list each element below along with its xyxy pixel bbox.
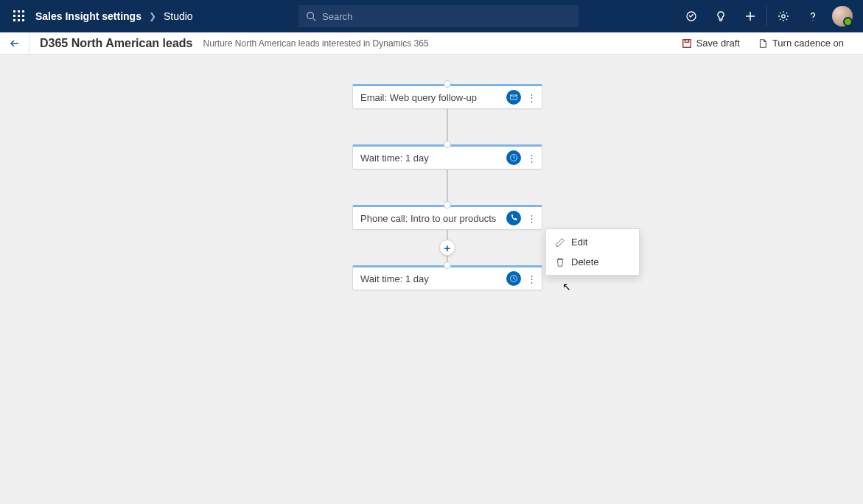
svg-rect-17 [685,39,688,42]
breadcrumb-level1[interactable]: Sales Insight settings [35,10,141,22]
node-menu-button[interactable]: ⋮ [525,209,537,227]
lightbulb-button[interactable] [706,0,736,32]
node-port[interactable] [444,141,451,148]
email-icon [506,90,521,105]
breadcrumb-level2[interactable]: Studio [164,10,193,22]
plus-icon [744,10,756,22]
context-menu: Edit Delete [545,228,640,276]
chevron-right-icon: ❯ [149,11,156,21]
connector: + [447,230,448,265]
gear-icon [778,10,789,22]
clock-icon [506,150,521,165]
node-label: Phone call: Intro to our products [360,213,496,224]
node-label: Email: Web query follow-up [360,92,477,103]
svg-rect-4 [18,15,20,17]
back-button[interactable] [0,32,29,55]
svg-rect-6 [13,19,15,21]
connector [447,109,448,144]
node-menu-button[interactable]: ⋮ [525,88,537,106]
settings-button[interactable] [769,0,798,32]
flow-column: Email: Web query follow-up ⋮ Wait time: … [352,84,542,290]
svg-rect-7 [18,19,20,21]
divider [766,7,767,26]
connector [447,169,448,205]
svg-rect-2 [22,10,24,13]
pencil-icon [555,237,565,248]
svg-rect-5 [22,15,24,17]
assistant-button[interactable] [677,0,706,32]
page-title: D365 North American leads [40,37,192,50]
sub-bar: D365 North American leads Nurture North … [0,32,863,55]
clock-icon [506,271,521,286]
lightbulb-icon [715,10,727,22]
context-menu-edit[interactable]: Edit [546,232,639,252]
node-menu-button[interactable]: ⋮ [525,149,537,167]
node-wait-1[interactable]: Wait time: 1 day ⋮ [352,144,542,169]
turn-cadence-on-label: Turn cadence on [772,38,844,49]
top-bar: Sales Insight settings ❯ Studio [0,0,863,32]
search-box[interactable] [298,5,579,27]
search-input[interactable] [322,11,571,22]
save-icon [682,38,692,49]
search-icon [306,11,316,21]
phone-icon [506,211,521,225]
svg-point-14 [782,15,785,18]
svg-rect-8 [22,19,24,21]
node-label: Wait time: 1 day [360,153,429,164]
svg-rect-1 [18,10,20,13]
help-button[interactable] [798,0,828,32]
flow-canvas[interactable]: Email: Web query follow-up ⋮ Wait time: … [0,55,863,504]
question-icon [807,10,819,22]
avatar[interactable] [832,6,853,27]
svg-line-10 [313,18,316,21]
node-port[interactable] [444,80,451,88]
add-step-button[interactable]: + [439,239,455,256]
svg-rect-3 [13,15,15,17]
save-draft-button[interactable]: Save draft [682,38,740,49]
node-phone[interactable]: Phone call: Intro to our products ⋮ [352,205,542,230]
trash-icon [555,257,565,267]
target-icon [685,10,697,22]
node-port[interactable] [444,262,451,269]
page-description: Nurture North American leads interested … [203,38,428,49]
add-button[interactable] [736,0,765,32]
context-menu-edit-label: Edit [571,237,587,248]
app-launcher-button[interactable] [3,0,35,32]
save-draft-label: Save draft [696,38,740,49]
context-menu-delete[interactable]: Delete [546,252,639,272]
arrow-left-icon [9,38,21,49]
waffle-icon [13,10,25,22]
breadcrumb: Sales Insight settings ❯ Studio [35,10,193,22]
node-label: Wait time: 1 day [360,273,429,284]
node-port[interactable] [444,201,451,209]
svg-point-9 [307,13,314,19]
top-right-actions [677,0,860,32]
document-icon [758,38,768,49]
node-menu-button[interactable]: ⋮ [525,270,537,287]
context-menu-delete-label: Delete [571,256,599,267]
node-email[interactable]: Email: Web query follow-up ⋮ [352,84,542,109]
svg-rect-16 [682,39,691,47]
node-wait-2[interactable]: Wait time: 1 day ⋮ [352,265,542,290]
svg-rect-0 [13,10,15,13]
turn-cadence-on-button[interactable]: Turn cadence on [758,38,844,49]
cursor-glyph: ↖ [562,281,571,293]
